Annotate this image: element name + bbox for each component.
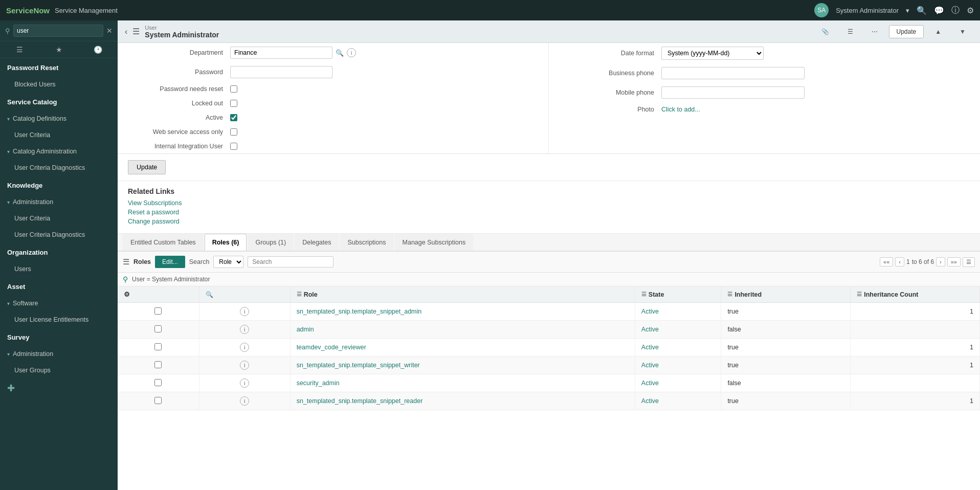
role-link[interactable]: sn_templated_snip.template_snippet_write… xyxy=(297,362,420,369)
sidebar-item-user-criteria-catalog[interactable]: User Criteria xyxy=(0,127,118,143)
state-link[interactable]: Active xyxy=(641,380,659,387)
web-service-access-only-checkbox[interactable] xyxy=(230,128,237,136)
settings-icon[interactable]: ⚙ xyxy=(967,6,974,15)
sidebar-history-icon[interactable]: 🕐 xyxy=(78,41,118,58)
sidebar-item-blocked-users[interactable]: Blocked Users xyxy=(0,76,118,93)
department-info-icon[interactable]: i xyxy=(347,48,356,57)
sidebar-item-users[interactable]: Users xyxy=(0,261,118,277)
row-select-checkbox[interactable] xyxy=(154,379,162,386)
settings-col-icon[interactable]: ⚙ xyxy=(124,291,130,298)
help-icon[interactable]: ⓘ xyxy=(951,5,960,16)
clear-search-icon[interactable]: ✕ xyxy=(106,27,113,35)
reset-password-link[interactable]: Reset a password xyxy=(128,209,970,216)
state-link[interactable]: Active xyxy=(641,362,659,369)
active-checkbox[interactable] xyxy=(230,114,237,121)
view-subscriptions-link[interactable]: View Subscriptions xyxy=(128,199,970,207)
form-settings-icon[interactable]: ☰ xyxy=(840,26,860,38)
row-select-checkbox[interactable] xyxy=(154,397,162,404)
role-col-header[interactable]: ☰ Role xyxy=(290,286,635,303)
chat-icon[interactable]: 💬 xyxy=(934,6,944,15)
state-link[interactable]: Active xyxy=(641,344,659,351)
mobile-phone-input[interactable] xyxy=(661,86,805,99)
hamburger-menu-icon[interactable]: ☰ xyxy=(132,27,140,36)
update-button-main[interactable]: Update xyxy=(128,160,166,174)
date-format-select[interactable]: System (yyyy-MM-dd) xyxy=(661,47,764,60)
sidebar-item-software[interactable]: ▾ Software xyxy=(0,295,118,311)
business-phone-input[interactable] xyxy=(661,67,805,79)
sidebar-item-user-criteria-diagnostics-2[interactable]: User Criteria Diagnostics xyxy=(0,227,118,243)
role-link[interactable]: teamdev_code_reviewer xyxy=(297,344,366,351)
sidebar-item-administration-2[interactable]: ▾ Administration xyxy=(0,346,118,362)
navigate-next-icon[interactable]: ▼ xyxy=(952,26,973,38)
row-select-checkbox[interactable] xyxy=(154,361,162,368)
navigate-prev-icon[interactable]: ▲ xyxy=(928,26,948,38)
state-link[interactable]: Active xyxy=(641,397,659,405)
tab-groups[interactable]: Groups (1) xyxy=(248,234,294,251)
user-dropdown-icon[interactable]: ▾ xyxy=(906,7,909,14)
row-select-checkbox[interactable] xyxy=(154,325,162,332)
row-info-icon[interactable]: i xyxy=(240,378,249,388)
sidebar-item-user-criteria-admin[interactable]: User Criteria xyxy=(0,210,118,227)
state-link[interactable]: Active xyxy=(641,308,659,315)
row-info-icon[interactable]: i xyxy=(240,396,249,406)
row-info-icon[interactable]: i xyxy=(240,343,249,352)
tab-roles[interactable]: Roles (6) xyxy=(205,234,247,251)
row-info-icon[interactable]: i xyxy=(240,361,249,370)
role-link[interactable]: sn_templated_snip.template_snippet_reade… xyxy=(297,397,423,405)
sidebar-item-administration-1[interactable]: ▾ Administration xyxy=(0,194,118,210)
sidebar-search-input[interactable] xyxy=(13,25,103,37)
table-search-input[interactable] xyxy=(248,256,333,268)
row-select-checkbox[interactable] xyxy=(154,343,162,350)
sidebar-item-asset[interactable]: Asset xyxy=(0,277,118,295)
role-link[interactable]: admin xyxy=(297,326,314,333)
state-col-header[interactable]: ☰ State xyxy=(635,286,721,303)
sidebar-nav-icon[interactable]: ☰ xyxy=(0,41,39,58)
locked-out-checkbox[interactable] xyxy=(230,100,237,107)
sidebar-item-password-reset[interactable]: Password Reset xyxy=(0,58,118,76)
prev-page-btn[interactable]: ‹ xyxy=(895,257,904,266)
edit-button[interactable]: Edit... xyxy=(155,256,185,268)
sidebar-add-btn[interactable]: ✚ xyxy=(0,378,118,398)
tab-delegates[interactable]: Delegates xyxy=(295,234,339,251)
sidebar-item-knowledge[interactable]: Knowledge xyxy=(0,176,118,194)
next-page-btn[interactable]: › xyxy=(936,257,945,266)
password-needs-reset-checkbox[interactable] xyxy=(230,85,237,93)
inherited-col-header[interactable]: ☰ Inherited xyxy=(721,286,851,303)
internal-integration-user-checkbox[interactable] xyxy=(230,143,237,150)
state-link[interactable]: Active xyxy=(641,326,659,333)
search-icon[interactable]: 🔍 xyxy=(917,6,927,15)
count-col-header[interactable]: ☰ Inheritance Count xyxy=(851,286,980,303)
table-menu-icon[interactable]: ☰ xyxy=(123,257,129,266)
sidebar-item-user-groups[interactable]: User Groups xyxy=(0,362,118,378)
row-info-icon[interactable]: i xyxy=(240,325,249,334)
overflow-menu-icon[interactable]: ⋯ xyxy=(864,26,885,38)
role-filter-select[interactable]: Role xyxy=(213,256,243,268)
search-col-icon[interactable]: 🔍 xyxy=(206,291,213,298)
department-input[interactable] xyxy=(230,47,332,59)
attachment-icon[interactable]: 📎 xyxy=(814,26,836,38)
tab-subscriptions[interactable]: Subscriptions xyxy=(340,234,393,251)
row-info-icon[interactable]: i xyxy=(240,307,249,316)
sidebar-item-survey[interactable]: Survey xyxy=(0,328,118,346)
sidebar-star-icon[interactable]: ★ xyxy=(39,41,79,58)
photo-link[interactable]: Click to add... xyxy=(661,106,700,113)
sidebar-item-organization[interactable]: Organization xyxy=(0,243,118,261)
back-button[interactable]: ‹ xyxy=(125,27,127,36)
department-search-icon[interactable]: 🔍 xyxy=(336,49,344,57)
role-link[interactable]: security_admin xyxy=(297,380,340,387)
tab-manage-subscriptions[interactable]: Manage Subscriptions xyxy=(395,234,474,251)
change-password-link[interactable]: Change password xyxy=(128,218,970,225)
last-page-btn[interactable]: »» xyxy=(947,257,961,266)
row-select-checkbox[interactable] xyxy=(154,307,162,315)
sidebar-item-catalog-administration[interactable]: ▾ Catalog Administration xyxy=(0,143,118,160)
sidebar-item-service-catalog[interactable]: Service Catalog xyxy=(0,93,118,110)
sidebar-item-user-criteria-diagnostics-1[interactable]: User Criteria Diagnostics xyxy=(0,160,118,176)
table-toggle-btn[interactable]: ☰ xyxy=(963,257,975,267)
first-page-btn[interactable]: «« xyxy=(880,257,893,266)
sidebar-item-catalog-definitions[interactable]: ▾ Catalog Definitions xyxy=(0,110,118,127)
tab-entitled-custom-tables[interactable]: Entitled Custom Tables xyxy=(123,234,204,251)
role-link[interactable]: sn_templated_snip.template_snippet_admin xyxy=(297,308,422,315)
update-button-top[interactable]: Update xyxy=(889,25,924,38)
password-input[interactable] xyxy=(230,66,332,78)
sidebar-item-user-license-entitlements[interactable]: User License Entitlements xyxy=(0,311,118,328)
